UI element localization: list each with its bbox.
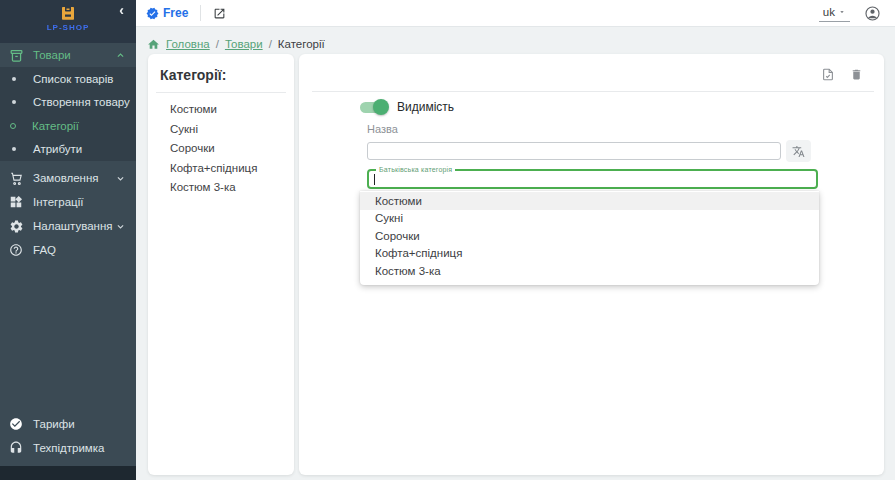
sidebar-item-label: Створення товару bbox=[33, 96, 130, 108]
delete-trash-icon[interactable] bbox=[850, 67, 863, 82]
breadcrumb-current: Категорії bbox=[278, 38, 325, 50]
sidebar-item-integrations[interactable]: Інтеграції bbox=[0, 190, 136, 214]
sidebar-logo-header: LP-SHOP ‹ bbox=[0, 0, 136, 43]
dropdown-option[interactable]: Сорочки bbox=[360, 227, 819, 245]
topbar-divider bbox=[200, 5, 201, 21]
verified-icon bbox=[146, 7, 159, 20]
chevron-down-icon bbox=[116, 222, 126, 231]
content-cards: Категорії: Костюми Сукні Сорочки Кофта+с… bbox=[136, 53, 895, 475]
bullet-icon bbox=[12, 100, 16, 104]
categories-panel: Категорії: Костюми Сукні Сорочки Кофта+с… bbox=[148, 54, 294, 475]
breadcrumb-separator: / bbox=[269, 38, 272, 50]
sidebar-item-categories[interactable]: Категорії bbox=[0, 114, 136, 138]
category-editor-panel: Видимість Назва Батьківська категорія Ко… bbox=[299, 54, 884, 475]
name-field-label: Назва bbox=[367, 123, 398, 135]
sidebar-item-product-list[interactable]: Список товарів bbox=[0, 67, 136, 91]
sidebar-item-label: Список товарів bbox=[33, 73, 113, 85]
dropdown-option[interactable]: Костюми bbox=[360, 192, 819, 210]
help-icon bbox=[8, 242, 24, 258]
categories-panel-title: Категорії: bbox=[148, 67, 294, 83]
category-list-item[interactable]: Кофта+спідниця bbox=[170, 158, 294, 178]
category-list-item[interactable]: Костюм 3-ка bbox=[170, 177, 294, 197]
breadcrumb-home-link[interactable]: Головна bbox=[166, 38, 210, 50]
widgets-icon bbox=[8, 194, 24, 210]
breadcrumb-separator: / bbox=[216, 38, 219, 50]
sidebar-item-orders[interactable]: Замовлення bbox=[0, 166, 136, 190]
sidebar-collapse-icon[interactable]: ‹ bbox=[119, 2, 124, 18]
plan-badge-label: Free bbox=[163, 6, 188, 20]
sidebar-nav: Товари Список товарів Створення товару К… bbox=[0, 43, 136, 262]
app-logo[interactable]: LP-SHOP bbox=[47, 4, 90, 32]
translate-button[interactable] bbox=[786, 140, 811, 162]
sidebar-item-faq[interactable]: FAQ bbox=[0, 238, 136, 262]
language-value: uk bbox=[823, 6, 835, 18]
sidebar-item-attributes[interactable]: Атрибути bbox=[0, 138, 136, 162]
category-list-item[interactable]: Сукні bbox=[170, 119, 294, 139]
logo-text: LP-SHOP bbox=[47, 23, 90, 32]
name-input[interactable] bbox=[367, 142, 781, 160]
categories-list: Костюми Сукні Сорочки Кофта+спідниця Кос… bbox=[148, 93, 294, 197]
language-select[interactable]: uk bbox=[819, 4, 850, 22]
save-document-icon[interactable] bbox=[821, 67, 835, 82]
headset-icon bbox=[8, 440, 24, 456]
dropdown-option[interactable]: Сукні bbox=[360, 210, 819, 228]
translate-icon bbox=[792, 145, 805, 158]
bullet-icon bbox=[12, 77, 16, 81]
sidebar: LP-SHOP ‹ Товари Список товарів Створенн… bbox=[0, 0, 136, 480]
breadcrumb-products-link[interactable]: Товари bbox=[225, 38, 263, 50]
parent-category-label: Батьківська категорія bbox=[376, 166, 455, 173]
cart-icon bbox=[8, 170, 24, 186]
account-button[interactable] bbox=[864, 5, 881, 22]
sidebar-item-label: Атрибути bbox=[33, 143, 82, 155]
sidebar-item-label: Техпідтримка bbox=[33, 442, 126, 454]
home-icon[interactable] bbox=[147, 38, 160, 51]
check-circle-icon bbox=[8, 416, 24, 432]
products-submenu: Список товарів Створення товару Категорі… bbox=[0, 67, 136, 161]
bullet-icon bbox=[12, 147, 16, 151]
dropdown-option[interactable]: Костюм 3-ка bbox=[360, 262, 819, 280]
sidebar-item-label: Налаштування bbox=[33, 220, 116, 232]
open-site-button[interactable] bbox=[213, 7, 226, 20]
sidebar-item-label: Товари bbox=[33, 49, 116, 61]
sidebar-item-products[interactable]: Товари bbox=[0, 43, 136, 67]
sidebar-item-label: Категорії bbox=[32, 120, 79, 132]
caret-down-icon bbox=[838, 8, 846, 16]
sidebar-item-tariffs[interactable]: Тарифи bbox=[0, 412, 136, 436]
shop-bag-icon bbox=[59, 4, 77, 22]
sidebar-item-support[interactable]: Техпідтримка bbox=[0, 436, 136, 460]
visibility-row: Видимість bbox=[360, 100, 454, 114]
sidebar-item-label: FAQ bbox=[33, 244, 126, 256]
sidebar-item-product-create[interactable]: Створення товару bbox=[0, 91, 136, 115]
sidebar-item-label: Інтеграції bbox=[33, 196, 126, 208]
gear-icon bbox=[8, 218, 24, 234]
chevron-up-icon bbox=[116, 51, 126, 60]
sidebar-item-label: Тарифи bbox=[33, 418, 126, 430]
parent-category-field[interactable]: Батьківська категорія bbox=[367, 169, 818, 189]
text-caret bbox=[374, 174, 375, 185]
sidebar-item-label: Замовлення bbox=[33, 172, 116, 184]
chevron-down-icon bbox=[116, 174, 126, 183]
account-circle-icon bbox=[864, 5, 881, 22]
launch-icon bbox=[213, 7, 226, 20]
category-list-item[interactable]: Костюми bbox=[170, 99, 294, 119]
sidebar-bottom-strip bbox=[0, 466, 136, 480]
products-box-icon bbox=[8, 47, 24, 63]
sidebar-spacer bbox=[0, 262, 136, 412]
topbar: Free uk bbox=[136, 0, 895, 27]
dropdown-option[interactable]: Кофта+спідниця bbox=[360, 245, 819, 263]
editor-toolbar bbox=[821, 67, 863, 82]
plan-badge[interactable]: Free bbox=[146, 6, 188, 20]
parent-category-dropdown: Костюми Сукні Сорочки Кофта+спідниця Кос… bbox=[360, 191, 819, 285]
active-bullet-icon bbox=[10, 123, 16, 129]
editor-toolbar-divider bbox=[312, 91, 874, 92]
category-list-item[interactable]: Сорочки bbox=[170, 138, 294, 158]
main-content: Головна / Товари / Категорії Категорії: … bbox=[136, 28, 895, 480]
breadcrumb: Головна / Товари / Категорії bbox=[136, 28, 895, 53]
visibility-label: Видимість bbox=[397, 100, 454, 114]
sidebar-item-settings[interactable]: Налаштування bbox=[0, 214, 136, 238]
visibility-toggle[interactable] bbox=[360, 102, 387, 113]
